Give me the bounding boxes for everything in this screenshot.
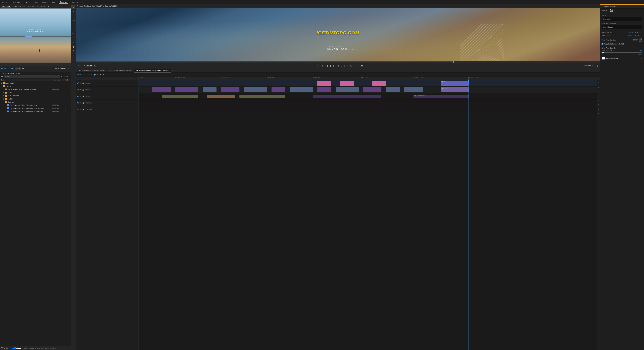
step-back[interactable]: ◀ [326, 64, 328, 67]
clip-block-bcam2[interactable] [208, 95, 235, 98]
program-timecode[interactable]: 01:32:20 [77, 65, 85, 67]
eg-firstname-input[interactable] [602, 25, 642, 29]
program-header-menu[interactable]: ≡ [120, 5, 120, 7]
zoom-out-icon[interactable]: − [10, 347, 11, 349]
step-forward-frame[interactable]: ⟩ [341, 64, 342, 67]
list-item[interactable]: The Seam Btwn TRAILER w/ Graphics 23.976… [4, 104, 70, 107]
track-v1-eye[interactable]: 👁 [80, 89, 82, 90]
list-item[interactable]: ▼ **SEQs [0, 85, 70, 88]
nav-audio[interactable]: Audio [51, 1, 56, 4]
text-tool[interactable]: T [71, 49, 75, 53]
timeline-current-time[interactable]: 00:01:32:20 [77, 74, 88, 76]
eg-rotation-value[interactable]: 232.8° [633, 39, 638, 41]
dialogue-track-row[interactable] [139, 106, 597, 113]
program-scrubber[interactable] [76, 61, 600, 63]
clip-block-c006[interactable]: C006_C0... TSB_Credits Start: 00:01:30:1… [441, 87, 468, 92]
timeline-tool-5[interactable]: 🔎 [102, 74, 104, 76]
list-item[interactable]: ▶ For Mix [2, 97, 70, 100]
clip-block-bcam4[interactable] [313, 95, 382, 98]
track-interview-lock[interactable]: 🔒 [82, 102, 84, 104]
clip-block[interactable] [152, 87, 171, 92]
eg-pos-y-value[interactable]: 818.0 [637, 32, 642, 34]
track-dialogue-eye[interactable]: 👁 [80, 109, 82, 110]
export-frame[interactable]: 📷 [360, 64, 364, 67]
search-input[interactable] [4, 75, 60, 78]
track-v1-lock[interactable]: 🔒 [82, 89, 84, 90]
timeline-tab-menu[interactable]: ≡ [172, 70, 174, 72]
source-scrubber[interactable] [0, 63, 70, 66]
clip-block[interactable]: 01_Title... [441, 81, 468, 86]
zoom-in-icon[interactable]: + [22, 347, 23, 349]
clip-block-bcam1[interactable] [162, 95, 198, 98]
source-tabs-more[interactable]: » [60, 5, 62, 8]
wipe-falloff-checkbox[interactable]: ✓ [602, 43, 604, 45]
overwrite-button[interactable]: ↘ [350, 64, 352, 67]
list-item[interactable]: ▶ Color Correction [2, 94, 70, 97]
timeline-tool-2[interactable]: 🔗 [94, 74, 96, 76]
timeline-tab-3[interactable]: The Seam Btwn TRAILER w/ Graphics WEDS B… [134, 69, 171, 72]
clip-block[interactable] [336, 87, 359, 92]
clip-block-bcam5[interactable]: A001_C004_0213NIU... [414, 95, 468, 98]
nav-assembly[interactable]: Assembly [12, 1, 21, 4]
source-tab-file[interactable]: 00402J.mov [1, 5, 11, 8]
zoom-slider[interactable] [12, 347, 22, 350]
program-add-button[interactable]: ⊕ [597, 64, 599, 67]
timeline-tool-3[interactable]: ✂ [97, 74, 98, 76]
slip-tool[interactable]: ◁▷ [71, 32, 75, 36]
nav-color[interactable]: Color [33, 1, 39, 4]
eg-falloff-value[interactable]: 600 [640, 50, 642, 51]
rotation-dial[interactable] [639, 38, 642, 42]
track-bcam-eye[interactable]: 👁 [80, 96, 82, 97]
pen-tool[interactable]: ✒ [71, 40, 75, 44]
clip-block[interactable] [317, 81, 331, 86]
mark-out-button[interactable]: } [344, 64, 345, 67]
grid-view-icon[interactable]: ⊞ [4, 347, 5, 349]
eg-pos-x-value[interactable]: 1432.0 [628, 32, 634, 34]
clip-block[interactable] [404, 87, 423, 92]
nav-effects[interactable]: Effects [42, 1, 48, 4]
eg-job-title-input[interactable] [602, 17, 642, 21]
eg-header-menu[interactable]: ≡ [642, 6, 642, 8]
edge-wipe-color-swatch[interactable] [602, 57, 605, 60]
go-to-prev-edit[interactable]: ⏮ [322, 64, 325, 67]
pencil-icon[interactable]: ✏ [641, 58, 642, 60]
interview-track-row[interactable] [139, 100, 597, 106]
timeline-tool-4[interactable]: ◈ [100, 74, 101, 76]
track-interview-eye[interactable]: 👁 [80, 102, 82, 104]
track-dialogue-lock[interactable]: 🔒 [82, 109, 84, 110]
nav-graphics[interactable]: Graphics [60, 1, 68, 4]
source-tab-lumetri[interactable]: Lumetri Scopes [13, 5, 25, 8]
lift-button[interactable]: ↑ [353, 64, 355, 67]
eg-tab-edit[interactable]: Edit [610, 9, 613, 12]
clip-block[interactable] [372, 81, 386, 86]
bcam-track-row[interactable]: A001_C004_0213NIU... [139, 93, 597, 100]
nav-editing[interactable]: Editing [24, 1, 31, 4]
eg-scale-x-value[interactable]: 80.0 [628, 34, 634, 36]
track-v4-lock[interactable]: 🔒 [82, 82, 84, 84]
clip-block[interactable] [290, 87, 313, 92]
nav-learning[interactable]: Learning [2, 1, 10, 4]
clip-block[interactable] [175, 87, 198, 92]
clip-block-bcam3[interactable] [240, 95, 285, 98]
clip-block[interactable] [340, 81, 354, 86]
broll-track-row[interactable]: C006_C0... TSB_Credits Start: 00:01:30:1… [139, 86, 597, 93]
list-item[interactable]: ▶ Adobe Stock [0, 82, 70, 85]
search-refresh-icon[interactable]: ↻ [61, 76, 62, 78]
clip-block[interactable] [203, 87, 216, 92]
step-forward[interactable]: ▶| [333, 64, 336, 67]
list-view-icon[interactable]: ☰ [1, 347, 3, 349]
extract-button[interactable]: ↑↑ [356, 64, 359, 67]
track-select-tool[interactable]: ↔ [71, 10, 75, 14]
track-v4-eye[interactable]: 👁 [80, 82, 82, 84]
mark-in-button[interactable]: { [316, 64, 318, 67]
rolling-edit-tool[interactable]: ⊢⊣ [71, 18, 75, 22]
clip-block[interactable] [221, 87, 240, 92]
eg-scale-y-value[interactable]: 80.0 [637, 34, 642, 36]
list-item[interactable]: ▼ Graphics [2, 100, 70, 104]
source-tab-effects[interactable]: Effe [54, 5, 58, 8]
source-tab-reference[interactable]: Reference: The Seam Btwn TRAILER w/ Grap… [27, 5, 52, 8]
play-button[interactable]: ▶ [329, 64, 332, 68]
insert-button[interactable]: ↙ [346, 64, 349, 67]
source-timecode[interactable]: 00:00:35:00 [1, 68, 13, 70]
clip-block[interactable] [244, 87, 267, 92]
